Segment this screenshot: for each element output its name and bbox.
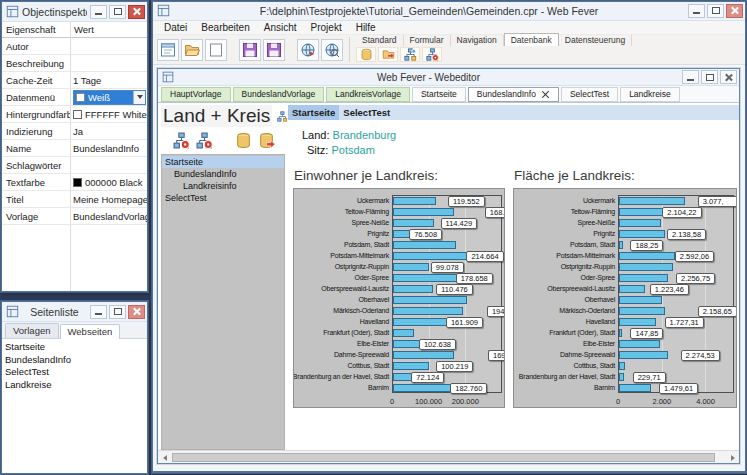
value-label: 182.760 xyxy=(450,383,487,394)
category-label: Cottbus, Stadt xyxy=(294,360,392,371)
tab-vorlagen[interactable]: Vorlagen xyxy=(5,323,59,338)
property-value[interactable]: FFFFFF White xyxy=(70,109,147,120)
minimize-button[interactable] xyxy=(688,4,705,18)
property-value[interactable]: 1 Tage xyxy=(70,75,147,86)
tab-hauptvorlage[interactable]: HauptVorlage xyxy=(161,87,231,102)
publish-globe-icon xyxy=(300,42,316,58)
import-folder-button[interactable] xyxy=(378,47,398,62)
page-link-startseite[interactable]: Startseite xyxy=(288,105,339,120)
close-tab-icon[interactable] xyxy=(541,90,550,99)
close-button[interactable] xyxy=(720,70,737,84)
publish-globe-button[interactable] xyxy=(297,39,319,61)
category-label: Oder-Spree xyxy=(514,272,618,283)
value-label: 2.138,58 xyxy=(667,229,706,240)
page-structure-pane: Land + Kreis StartseiteBundeslandInfoLan… xyxy=(158,103,288,450)
scroll-thumb[interactable] xyxy=(172,453,715,462)
scroll-left-button[interactable] xyxy=(158,452,171,463)
nav-item-selecttest[interactable]: SelectTest xyxy=(162,192,284,204)
page-list-window: Seitenliste VorlagenWebseiten Startseite… xyxy=(1,301,148,474)
ribbon-tab-datenbank[interactable]: Datenbank xyxy=(504,33,559,46)
db-cylinder-icon xyxy=(235,132,252,149)
menu-ansicht[interactable]: Ansicht xyxy=(257,22,304,33)
category-label: Havelland xyxy=(294,316,392,327)
minimize-button[interactable] xyxy=(682,70,699,84)
sitemap-badge-button[interactable] xyxy=(422,47,442,62)
ribbon-tab-navigation[interactable]: Navigation xyxy=(451,35,504,46)
sitemap-link-button[interactable] xyxy=(400,47,420,62)
property-value[interactable]: Meine Homepage xyxy=(70,194,147,205)
page-link-selecttest[interactable]: SelectTest xyxy=(339,107,394,118)
maximize-button[interactable] xyxy=(109,305,126,319)
datenmenu-dropdown[interactable]: Weiß xyxy=(73,90,146,105)
db-export-button[interactable] xyxy=(256,131,276,149)
main-titlebar[interactable]: F:\delphin\Testprojekte\Tutorial_Gemeind… xyxy=(153,2,745,21)
ribbon-tab-standard[interactable]: Standard xyxy=(356,35,404,46)
value-label: 72.124 xyxy=(411,372,444,383)
menu-hilfe[interactable]: Hilfe xyxy=(349,22,383,33)
value-label: 99.078 xyxy=(431,262,464,273)
property-value[interactable]: Weiß xyxy=(70,90,147,105)
minimize-button[interactable] xyxy=(90,305,107,319)
property-row: TitelMeine Homepage xyxy=(2,191,147,208)
minimize-button[interactable] xyxy=(90,5,107,19)
save-all-button[interactable] xyxy=(263,39,285,61)
chart-bar xyxy=(619,296,662,304)
property-row: Textfarbe000000 Black xyxy=(2,174,147,191)
category-label: Oberhavel xyxy=(514,294,618,305)
chart-bar xyxy=(619,373,624,381)
tab-landkreise[interactable]: Landkreise xyxy=(620,87,680,102)
maximize-button[interactable] xyxy=(109,5,126,19)
property-value[interactable]: Ja xyxy=(70,126,147,137)
pagelist-titlebar[interactable]: Seitenliste xyxy=(2,302,147,322)
open-folder-button[interactable] xyxy=(181,39,203,61)
close-button[interactable] xyxy=(128,5,145,19)
page-list-item[interactable]: Startseite xyxy=(5,341,147,354)
x-axis: 0100.000200.000 xyxy=(392,396,502,407)
maximize-button[interactable] xyxy=(707,4,724,18)
sitemap-badge-button[interactable] xyxy=(171,131,191,149)
tab-webseiten[interactable]: Webseiten xyxy=(60,324,121,339)
page-list-item[interactable]: BundeslandInfo xyxy=(5,354,147,367)
property-value-text: BundeslandInfo xyxy=(73,143,139,154)
db-cylinder-button[interactable] xyxy=(356,47,376,62)
page-list-item[interactable]: Landkreise xyxy=(5,379,147,392)
nav-item-startseite[interactable]: Startseite xyxy=(162,156,284,168)
dropdown-arrow-icon[interactable] xyxy=(133,91,145,104)
x-axis: 02.0004.000 xyxy=(618,396,734,407)
new-window-button[interactable] xyxy=(157,39,179,61)
tab-startseite[interactable]: Startseite xyxy=(412,87,466,102)
inspector-titlebar[interactable]: Objectinspektor xyxy=(2,2,147,22)
value-label: 147,85 xyxy=(630,328,663,339)
dropdown-value: Weiß xyxy=(88,92,110,103)
tab-bundeslandvorlage[interactable]: BundeslandVorlage xyxy=(233,87,325,102)
save-button[interactable] xyxy=(239,39,261,61)
menu-bearbeiten[interactable]: Bearbeiten xyxy=(194,22,256,33)
sitemap-badge-button[interactable] xyxy=(194,131,214,149)
db-cylinder-button[interactable] xyxy=(233,131,253,149)
close-button[interactable] xyxy=(726,4,743,18)
ribbon-tab-formular[interactable]: Formular xyxy=(404,35,451,46)
horizontal-scrollbar[interactable] xyxy=(158,450,739,463)
maximize-button[interactable] xyxy=(701,70,718,84)
new-page-button[interactable] xyxy=(205,39,227,61)
nav-item-landkreisinfo[interactable]: Landkreisinfo xyxy=(162,180,284,192)
tab-selecttest[interactable]: SelectTest xyxy=(561,87,618,102)
property-name: Titel xyxy=(2,194,70,205)
ribbon-tab-datensteuerung[interactable]: Datensteuerung xyxy=(559,35,633,46)
close-button[interactable] xyxy=(128,305,145,319)
menu-datei[interactable]: Datei xyxy=(157,22,194,33)
property-value[interactable]: 000000 Black xyxy=(70,177,147,188)
tab-bundeslandinfo[interactable]: BundeslandInfo xyxy=(468,87,559,102)
menu-projekt[interactable]: Projekt xyxy=(304,22,349,33)
property-value[interactable]: BundeslandInfo xyxy=(70,143,147,154)
nav-item-bundeslandinfo[interactable]: BundeslandInfo xyxy=(162,168,284,180)
value-label: 3.077, xyxy=(698,196,737,207)
page-list-item[interactable]: SelectTest xyxy=(5,366,147,379)
scroll-right-button[interactable] xyxy=(726,452,739,463)
property-value[interactable]: BundeslandVorlage xyxy=(70,211,147,222)
plot-area: 3.077,2.104,222.138,58188,252.592,062.25… xyxy=(618,195,734,393)
webeditor-titlebar[interactable]: Web Fever - Webeditor xyxy=(158,69,739,86)
preview-globe-button[interactable] xyxy=(321,39,343,61)
tab-landkreisvorlage[interactable]: LandkreisVorlage xyxy=(326,87,410,102)
property-name: Schlagwörter xyxy=(2,160,70,171)
